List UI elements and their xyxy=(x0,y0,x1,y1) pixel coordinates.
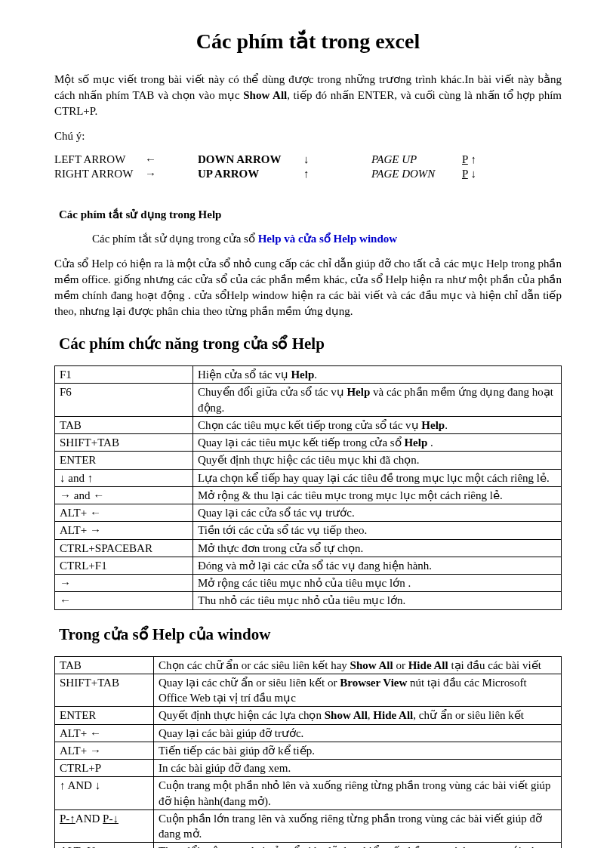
table-row: ↑ AND ↓ Cuộn trang một phần nhỏ lên và x… xyxy=(55,777,562,810)
up-arrow-label: UP ARROW xyxy=(198,168,303,180)
help-shortcuts-heading: Các phím tắt sử dụng trong Help xyxy=(59,208,562,221)
desc-cell: Thu nhỏ các tiêu mục nhỏ của tiêu mục lớ… xyxy=(193,592,562,609)
down-arrow-icon: ↓ xyxy=(303,153,371,166)
table-row: F6Chuyển đổi giữa cửa sổ tác vụ Help và … xyxy=(55,384,562,417)
help-sub-para: Các phím tắt sử dụng trong cửa sổ Help v… xyxy=(92,232,562,245)
page-down-label: PAGE DOWN xyxy=(371,168,462,180)
note-label: Chú ý: xyxy=(54,130,562,143)
desc-cell: Mở thực đơn trong cửa sổ tự chọn. xyxy=(193,539,562,557)
desc-cell: Quay lại các cửa sổ tác vụ trước. xyxy=(193,504,562,522)
key-cell: TAB xyxy=(55,416,193,433)
table-row: SHIFT+TAB Quay lại các chữ ẩn or siêu li… xyxy=(55,674,562,707)
page-up-arrow-icon: ↑ xyxy=(468,153,476,165)
key-cell: CTRL+F1 xyxy=(55,557,193,574)
function-keys-heading: Các phím chức năng trong cửa sổ Help xyxy=(59,335,562,353)
key-cell: ↓ and ↑ xyxy=(55,469,193,486)
key-cell: ENTER xyxy=(55,452,193,469)
right-arrow-label: RIGHT ARROW xyxy=(54,168,145,180)
up-arrow-icon: ↑ xyxy=(303,168,371,180)
table-row: CTRL+SPACEBARMở thực đơn trong cửa sổ tự… xyxy=(55,539,562,557)
page-down-p: P xyxy=(462,168,468,180)
intro-paragraph: Một số mục viết trong bài viết này có th… xyxy=(54,72,562,119)
key-cell: → and ← xyxy=(55,486,193,504)
desc-cell: Chọn các tiêu mục kết tiếp trong cửa sổ … xyxy=(193,416,562,433)
desc-cell: Lựa chọn kể tiếp hay quay lại các tiêu đ… xyxy=(193,469,562,486)
help-window-heading: Trong cửa sổ Help của window xyxy=(59,625,562,644)
key-cell: ALT+ ← xyxy=(55,724,154,742)
bold-showall: Show All xyxy=(325,709,368,721)
desc-cell: Thay đổi một trong hai cửa sổ giúp đỡ th… xyxy=(154,843,562,848)
key-cell: P-↑AND P-↓ xyxy=(55,809,154,843)
table-row: ALT+ →Tiền tới các cửa sổ tác vụ tiếp th… xyxy=(55,522,562,539)
key-cell: ALT+ → xyxy=(55,742,154,759)
key-cell: F6 xyxy=(55,384,193,417)
page-up-label: PAGE UP xyxy=(371,153,462,166)
key-cell: ↑ AND ↓ xyxy=(55,777,154,810)
bold-browserview: Browser View xyxy=(340,677,407,689)
key-cell: ALT+ → xyxy=(55,522,193,539)
page-down-arrow-icon: ↓ xyxy=(468,168,476,180)
table-row: →Mở rộng các tiêu mục nhỏ của tiêu mục l… xyxy=(55,575,562,592)
desc-cell: Tiến tiếp các bài giúp đỡ kể tiếp. xyxy=(154,742,562,759)
left-arrow-label: LEFT ARROW xyxy=(54,153,145,166)
table-row: ALT+ ←Quay lại các cửa sổ tác vụ trước. xyxy=(55,504,562,522)
key-cell: TAB xyxy=(55,656,154,674)
desc-cell: Chọn các chữ ẩn or các siêu liên kết hay… xyxy=(154,656,562,674)
left-arrow-icon: ← xyxy=(145,153,198,166)
function-keys-table: F1 Hiện cửa sổ tác vụ Help.F6Chuyển đổi … xyxy=(54,365,562,610)
key-cell: SHIFT+TAB xyxy=(55,674,154,707)
table-row: SHIFT+TABQuay lại các tiêu mục kết tiếp … xyxy=(55,434,562,452)
desc-cell: Quyết định thực hiện các lựa chọn Show A… xyxy=(154,707,562,724)
key-cell: ALT+ ← xyxy=(55,504,193,522)
table-row: TAB Chọn các chữ ẩn or các siêu liên kết… xyxy=(55,656,562,674)
desc-cell: Cuộn phần lớn trang lên và xuống riêng t… xyxy=(154,809,562,843)
desc-cell: Mở rộng các tiêu mục nhỏ của tiêu mục lớ… xyxy=(193,575,562,592)
table-row: ←Thu nhỏ các tiêu mục nhỏ của tiêu mục l… xyxy=(55,592,562,609)
page-title: Các phím tắt trong excel xyxy=(54,29,562,54)
and-text: AND xyxy=(75,813,103,825)
intro-bold-showall: Show All xyxy=(243,89,287,101)
table-row: P-↑AND P-↓ Cuộn phần lớn trang lên và xu… xyxy=(55,809,562,843)
table-row: ALT+U Thay đổi một trong hai cửa sổ giúp… xyxy=(55,843,562,848)
table-row: ↓ and ↑Lựa chọn kể tiếp hay quay lại các… xyxy=(55,469,562,486)
desc-cell: Cuộn trang một phần nhỏ lên và xuống riê… xyxy=(154,777,562,810)
desc-cell: Hiện cửa sổ tác vụ Help. xyxy=(193,366,562,384)
table-row: ENTER Quyết định thực hiện các lựa chọn … xyxy=(55,707,562,724)
page-up-short: P ↑ xyxy=(462,153,507,166)
key-cell: ALT+U xyxy=(55,843,154,848)
page-up-key: P-↑ xyxy=(60,813,75,825)
desc-cell: Chuyển đổi giữa cửa sổ tác vụ Help và cá… xyxy=(193,384,562,417)
down-arrow-label: DOWN ARROW xyxy=(198,153,303,166)
page-down-short: P ↓ xyxy=(462,168,507,180)
t: or xyxy=(393,659,408,671)
table-row: TAB Chọn các tiêu mục kết tiếp trong cửa… xyxy=(55,416,562,433)
t: Quyết định thực hiện các lựa chọn xyxy=(159,709,325,721)
table-row: CTRL+F1Đóng và mở lại các cửa sổ tác vụ … xyxy=(55,557,562,574)
help-sub-text: Các phím tắt sử dụng trong cửa sổ xyxy=(92,233,258,245)
bold-hideall: Hide All xyxy=(408,659,448,671)
desc-cell: Quay lại các chữ ẩn or siêu liên kết or … xyxy=(154,674,562,707)
table-row: F1 Hiện cửa sổ tác vụ Help. xyxy=(55,366,562,384)
desc-cell: Quay lại các bài giúp đỡ trước. xyxy=(154,724,562,742)
table-row: CTRL+P In các bài giúp đỡ đang xem. xyxy=(55,760,562,777)
table-row: → and ←Mở rộng & thu lại các tiêu mục tr… xyxy=(55,486,562,504)
arrow-row-1: LEFT ARROW ← DOWN ARROW ↓ PAGE UP P ↑ xyxy=(54,153,562,166)
page-up-p: P xyxy=(462,153,468,165)
desc-cell: Đóng và mở lại các cửa sổ tác vụ đang hi… xyxy=(193,557,562,574)
t: Quay lại các chữ ẩn or siêu liên kết or xyxy=(159,677,340,689)
t: Chọn các chữ ẩn or các siêu liên kết hay xyxy=(159,659,350,671)
table-row: ENTERQuyết định thực hiệc các tiêu mục k… xyxy=(55,452,562,469)
desc-cell: Quyết định thực hiệc các tiêu mục khi đã… xyxy=(193,452,562,469)
table-row: ALT+ → Tiến tiếp các bài giúp đỡ kể tiếp… xyxy=(55,742,562,759)
key-cell: CTRL+P xyxy=(55,760,154,777)
key-cell: F1 xyxy=(55,366,193,384)
help-window-link[interactable]: Help và cửa sổ Help window xyxy=(258,233,397,245)
arrow-key-legend: LEFT ARROW ← DOWN ARROW ↓ PAGE UP P ↑ RI… xyxy=(54,153,562,180)
arrow-row-2: RIGHT ARROW → UP ARROW ↑ PAGE DOWN P ↓ xyxy=(54,168,562,180)
key-cell: CTRL+SPACEBAR xyxy=(55,539,193,557)
t: tại đầu các bài viết xyxy=(448,659,541,671)
desc-cell: Tiền tới các cửa sổ tác vụ tiếp theo. xyxy=(193,522,562,539)
page-down-key: P-↓ xyxy=(103,813,119,825)
desc-cell: In các bài giúp đỡ đang xem. xyxy=(154,760,562,777)
key-cell: ENTER xyxy=(55,707,154,724)
